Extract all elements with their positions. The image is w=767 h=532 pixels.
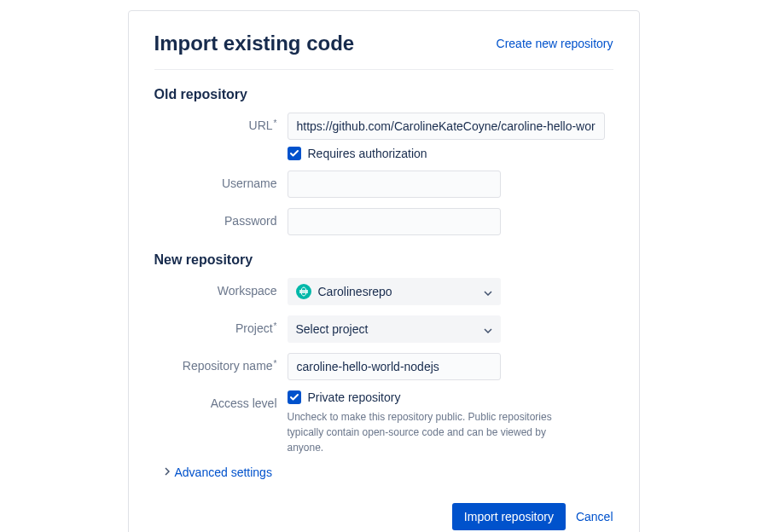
page-title: Import existing code bbox=[154, 32, 355, 55]
project-value: Select project bbox=[296, 322, 369, 336]
username-field-wrap bbox=[288, 171, 501, 198]
password-row: Password bbox=[154, 208, 613, 235]
access-label: Access level bbox=[154, 390, 288, 410]
requires-auth-checkbox[interactable] bbox=[288, 147, 301, 160]
repo-name-field-wrap bbox=[288, 353, 501, 380]
url-row: URL* Requires authorization bbox=[154, 113, 613, 160]
password-field-wrap bbox=[288, 208, 501, 235]
chevron-right-icon bbox=[165, 467, 170, 477]
private-help-text: Uncheck to make this repository public. … bbox=[288, 409, 578, 455]
new-repo-section-title: New repository bbox=[154, 252, 613, 268]
project-select[interactable]: Select project bbox=[288, 315, 501, 343]
password-input[interactable] bbox=[288, 208, 501, 235]
username-row: Username bbox=[154, 171, 613, 198]
url-label: URL* bbox=[154, 113, 288, 132]
username-input[interactable] bbox=[288, 171, 501, 198]
access-row: Access level Private repository Uncheck … bbox=[154, 390, 613, 455]
access-field-wrap: Private repository Uncheck to make this … bbox=[288, 390, 605, 455]
old-repo-section-title: Old repository bbox=[154, 87, 613, 102]
repo-name-label: Repository name* bbox=[154, 353, 288, 373]
repo-name-input[interactable] bbox=[288, 353, 501, 380]
workspace-row: Workspace Carolinesrepo bbox=[154, 278, 613, 305]
svg-point-0 bbox=[301, 287, 306, 296]
workspace-label: Workspace bbox=[154, 278, 288, 298]
import-button[interactable]: Import repository bbox=[452, 503, 566, 530]
workspace-value: Carolinesrepo bbox=[318, 285, 392, 298]
card-header: Import existing code Create new reposito… bbox=[154, 32, 613, 70]
workspace-select[interactable]: Carolinesrepo bbox=[288, 278, 501, 305]
repo-name-row: Repository name* bbox=[154, 353, 613, 380]
check-icon bbox=[289, 392, 299, 402]
requires-auth-label: Requires authorization bbox=[308, 147, 427, 160]
check-icon bbox=[289, 148, 299, 159]
cancel-button[interactable]: Cancel bbox=[576, 510, 613, 523]
private-checkbox[interactable] bbox=[288, 390, 301, 404]
url-input[interactable] bbox=[288, 113, 605, 140]
chevron-down-icon bbox=[484, 322, 492, 336]
advanced-settings-label: Advanced settings bbox=[175, 466, 272, 479]
workspace-icon bbox=[296, 284, 311, 299]
project-field-wrap: Select project bbox=[288, 315, 501, 343]
workspace-field-wrap: Carolinesrepo bbox=[288, 278, 501, 305]
url-field-wrap: Requires authorization bbox=[288, 113, 605, 160]
advanced-settings-toggle[interactable]: Advanced settings bbox=[165, 466, 613, 479]
create-repo-link[interactable]: Create new repository bbox=[497, 37, 613, 50]
form-actions: Import repository Cancel bbox=[154, 503, 613, 530]
import-repo-card: Import existing code Create new reposito… bbox=[128, 10, 640, 532]
project-label: Project* bbox=[154, 315, 288, 335]
project-row: Project* Select project bbox=[154, 315, 613, 343]
private-label: Private repository bbox=[308, 390, 401, 404]
chevron-down-icon bbox=[484, 285, 492, 298]
username-label: Username bbox=[154, 171, 288, 190]
requires-auth-row: Requires authorization bbox=[288, 147, 605, 160]
password-label: Password bbox=[154, 208, 288, 228]
